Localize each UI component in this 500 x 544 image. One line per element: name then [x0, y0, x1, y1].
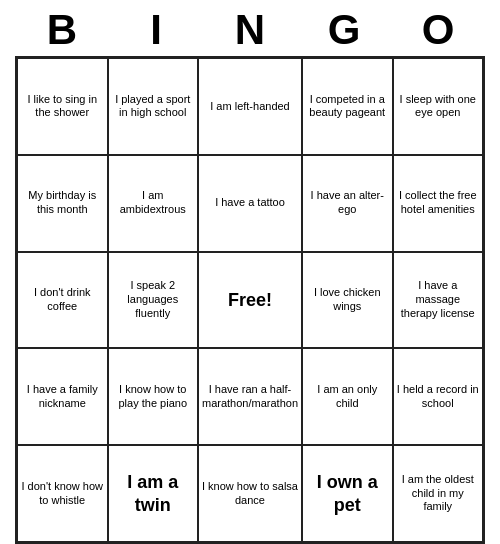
- bingo-cell-21: I am a twin: [108, 445, 199, 542]
- bingo-cell-13: I love chicken wings: [302, 252, 393, 349]
- bingo-cell-23: I own a pet: [302, 445, 393, 542]
- bingo-letter-N: N: [223, 6, 277, 54]
- bingo-cell-2: I am left-handed: [198, 58, 302, 155]
- bingo-cell-4: I sleep with one eye open: [393, 58, 484, 155]
- bingo-cell-3: I competed in a beauty pageant: [302, 58, 393, 155]
- bingo-cell-7: I have a tattoo: [198, 155, 302, 252]
- bingo-cell-10: I don't drink coffee: [17, 252, 108, 349]
- bingo-cell-6: I am ambidextrous: [108, 155, 199, 252]
- bingo-letter-G: G: [317, 6, 371, 54]
- bingo-letter-B: B: [35, 6, 89, 54]
- bingo-cell-9: I collect the free hotel amenities: [393, 155, 484, 252]
- bingo-cell-19: I held a record in school: [393, 348, 484, 445]
- bingo-cell-24: I am the oldest child in my family: [393, 445, 484, 542]
- bingo-title: BINGO: [15, 0, 485, 56]
- bingo-grid: I like to sing in the showerI played a s…: [15, 56, 485, 544]
- bingo-cell-1: I played a sport in high school: [108, 58, 199, 155]
- bingo-cell-15: I have a family nickname: [17, 348, 108, 445]
- bingo-cell-0: I like to sing in the shower: [17, 58, 108, 155]
- bingo-cell-18: I am an only child: [302, 348, 393, 445]
- bingo-cell-8: I have an alter-ego: [302, 155, 393, 252]
- bingo-cell-22: I know how to salsa dance: [198, 445, 302, 542]
- bingo-cell-11: I speak 2 languages fluently: [108, 252, 199, 349]
- bingo-cell-16: I know how to play the piano: [108, 348, 199, 445]
- bingo-letter-O: O: [411, 6, 465, 54]
- bingo-cell-5: My birthday is this month: [17, 155, 108, 252]
- bingo-cell-17: I have ran a half-marathon/marathon: [198, 348, 302, 445]
- bingo-cell-20: I don't know how to whistle: [17, 445, 108, 542]
- bingo-letter-I: I: [129, 6, 183, 54]
- bingo-cell-12: Free!: [198, 252, 302, 349]
- bingo-cell-14: I have a massage therapy license: [393, 252, 484, 349]
